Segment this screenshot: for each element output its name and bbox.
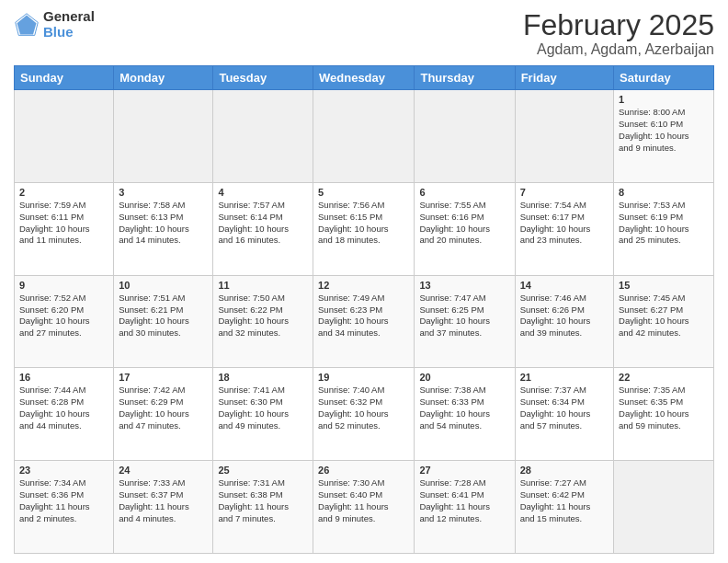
day-number: 22	[619, 372, 709, 383]
day-number: 24	[119, 465, 208, 476]
day-number: 1	[619, 94, 709, 105]
header-saturday: Saturday	[614, 66, 714, 90]
day-info: Sunrise: 7:41 AM Sunset: 6:30 PM Dayligh…	[218, 385, 308, 431]
day-number: 17	[119, 372, 208, 383]
table-row: 7Sunrise: 7:54 AM Sunset: 6:17 PM Daylig…	[515, 182, 613, 275]
table-row: 9Sunrise: 7:52 AM Sunset: 6:20 PM Daylig…	[15, 275, 114, 368]
table-row: 28Sunrise: 7:27 AM Sunset: 6:42 PM Dayli…	[515, 461, 613, 554]
day-number: 18	[218, 372, 308, 383]
day-number: 15	[619, 280, 709, 291]
day-info: Sunrise: 7:28 AM Sunset: 6:41 PM Dayligh…	[419, 477, 509, 524]
day-number: 28	[520, 465, 609, 476]
day-number: 26	[318, 465, 409, 476]
day-info: Sunrise: 7:49 AM Sunset: 6:23 PM Dayligh…	[318, 293, 409, 339]
table-row	[213, 90, 313, 183]
calendar-subtitle: Agdam, Agdam, Azerbaijan	[523, 41, 714, 58]
day-number: 2	[19, 187, 108, 198]
day-info: Sunrise: 7:33 AM Sunset: 6:37 PM Dayligh…	[119, 477, 208, 524]
day-number: 20	[419, 372, 509, 383]
calendar-table: Sunday Monday Tuesday Wednesday Thursday…	[14, 65, 714, 554]
day-info: Sunrise: 7:52 AM Sunset: 6:20 PM Dayligh…	[19, 293, 108, 339]
table-row: 24Sunrise: 7:33 AM Sunset: 6:37 PM Dayli…	[114, 461, 213, 554]
logo-text: General Blue	[43, 9, 95, 40]
day-info: Sunrise: 7:57 AM Sunset: 6:14 PM Dayligh…	[218, 200, 308, 247]
table-row: 27Sunrise: 7:28 AM Sunset: 6:41 PM Dayli…	[415, 461, 515, 554]
day-info: Sunrise: 7:45 AM Sunset: 6:27 PM Dayligh…	[619, 293, 709, 339]
day-number: 4	[218, 187, 308, 198]
day-number: 3	[119, 187, 208, 198]
day-info: Sunrise: 7:47 AM Sunset: 6:25 PM Dayligh…	[419, 293, 509, 339]
header-sunday: Sunday	[15, 66, 114, 90]
day-info: Sunrise: 7:59 AM Sunset: 6:11 PM Dayligh…	[19, 200, 108, 247]
day-info: Sunrise: 7:58 AM Sunset: 6:13 PM Dayligh…	[119, 200, 208, 247]
table-row	[614, 461, 714, 554]
table-row: 5Sunrise: 7:56 AM Sunset: 6:15 PM Daylig…	[313, 182, 415, 275]
day-number: 12	[318, 280, 409, 291]
calendar-week-row: 1Sunrise: 8:00 AM Sunset: 6:10 PM Daylig…	[15, 90, 714, 183]
header-monday: Monday	[114, 66, 213, 90]
day-info: Sunrise: 7:46 AM Sunset: 6:26 PM Dayligh…	[520, 293, 609, 339]
header-tuesday: Tuesday	[213, 66, 313, 90]
table-row: 19Sunrise: 7:40 AM Sunset: 6:32 PM Dayli…	[313, 368, 415, 461]
table-row: 21Sunrise: 7:37 AM Sunset: 6:34 PM Dayli…	[515, 368, 613, 461]
table-row	[114, 90, 213, 183]
day-number: 11	[218, 280, 308, 291]
day-number: 7	[520, 187, 609, 198]
table-row: 18Sunrise: 7:41 AM Sunset: 6:30 PM Dayli…	[213, 368, 313, 461]
page: General Blue February 2025 Agdam, Agdam,…	[0, 0, 728, 563]
day-info: Sunrise: 7:38 AM Sunset: 6:33 PM Dayligh…	[419, 385, 509, 431]
table-row: 1Sunrise: 8:00 AM Sunset: 6:10 PM Daylig…	[614, 90, 714, 183]
day-info: Sunrise: 7:54 AM Sunset: 6:17 PM Dayligh…	[520, 200, 609, 247]
header-friday: Friday	[515, 66, 613, 90]
table-row: 2Sunrise: 7:59 AM Sunset: 6:11 PM Daylig…	[15, 182, 114, 275]
calendar-week-row: 2Sunrise: 7:59 AM Sunset: 6:11 PM Daylig…	[15, 182, 714, 275]
logo-general-text: General	[43, 9, 95, 25]
title-block: February 2025 Agdam, Agdam, Azerbaijan	[523, 9, 714, 58]
table-row	[515, 90, 613, 183]
day-number: 9	[19, 280, 108, 291]
day-info: Sunrise: 7:55 AM Sunset: 6:16 PM Dayligh…	[419, 200, 509, 247]
table-row: 6Sunrise: 7:55 AM Sunset: 6:16 PM Daylig…	[415, 182, 515, 275]
table-row	[415, 90, 515, 183]
table-row: 10Sunrise: 7:51 AM Sunset: 6:21 PM Dayli…	[114, 275, 213, 368]
table-row: 3Sunrise: 7:58 AM Sunset: 6:13 PM Daylig…	[114, 182, 213, 275]
day-info: Sunrise: 7:50 AM Sunset: 6:22 PM Dayligh…	[218, 293, 308, 339]
day-info: Sunrise: 7:35 AM Sunset: 6:35 PM Dayligh…	[619, 385, 709, 431]
weekday-header-row: Sunday Monday Tuesday Wednesday Thursday…	[15, 66, 714, 90]
day-info: Sunrise: 7:51 AM Sunset: 6:21 PM Dayligh…	[119, 293, 208, 339]
calendar-title: February 2025	[523, 9, 714, 41]
table-row: 17Sunrise: 7:42 AM Sunset: 6:29 PM Dayli…	[114, 368, 213, 461]
table-row: 11Sunrise: 7:50 AM Sunset: 6:22 PM Dayli…	[213, 275, 313, 368]
day-number: 23	[19, 465, 108, 476]
calendar-week-row: 9Sunrise: 7:52 AM Sunset: 6:20 PM Daylig…	[15, 275, 714, 368]
day-number: 8	[619, 187, 709, 198]
day-info: Sunrise: 7:44 AM Sunset: 6:28 PM Dayligh…	[19, 385, 108, 431]
calendar-week-row: 23Sunrise: 7:34 AM Sunset: 6:36 PM Dayli…	[15, 461, 714, 554]
day-info: Sunrise: 7:31 AM Sunset: 6:38 PM Dayligh…	[218, 477, 308, 524]
day-number: 16	[19, 372, 108, 383]
day-number: 5	[318, 187, 409, 198]
day-info: Sunrise: 7:34 AM Sunset: 6:36 PM Dayligh…	[19, 477, 108, 524]
day-info: Sunrise: 7:27 AM Sunset: 6:42 PM Dayligh…	[520, 477, 609, 524]
day-info: Sunrise: 7:40 AM Sunset: 6:32 PM Dayligh…	[318, 385, 409, 431]
day-info: Sunrise: 7:42 AM Sunset: 6:29 PM Dayligh…	[119, 385, 208, 431]
logo-icon	[14, 12, 40, 38]
table-row: 4Sunrise: 7:57 AM Sunset: 6:14 PM Daylig…	[213, 182, 313, 275]
day-number: 27	[419, 465, 509, 476]
day-info: Sunrise: 8:00 AM Sunset: 6:10 PM Dayligh…	[619, 107, 709, 154]
table-row: 12Sunrise: 7:49 AM Sunset: 6:23 PM Dayli…	[313, 275, 415, 368]
table-row	[313, 90, 415, 183]
day-number: 21	[520, 372, 609, 383]
table-row: 15Sunrise: 7:45 AM Sunset: 6:27 PM Dayli…	[614, 275, 714, 368]
day-number: 25	[218, 465, 308, 476]
header: General Blue February 2025 Agdam, Agdam,…	[14, 9, 714, 58]
table-row: 22Sunrise: 7:35 AM Sunset: 6:35 PM Dayli…	[614, 368, 714, 461]
header-wednesday: Wednesday	[313, 66, 415, 90]
calendar-week-row: 16Sunrise: 7:44 AM Sunset: 6:28 PM Dayli…	[15, 368, 714, 461]
svg-marker-0	[17, 15, 37, 34]
day-info: Sunrise: 7:30 AM Sunset: 6:40 PM Dayligh…	[318, 477, 409, 524]
day-number: 19	[318, 372, 409, 383]
day-number: 14	[520, 280, 609, 291]
day-number: 10	[119, 280, 208, 291]
day-number: 6	[419, 187, 509, 198]
